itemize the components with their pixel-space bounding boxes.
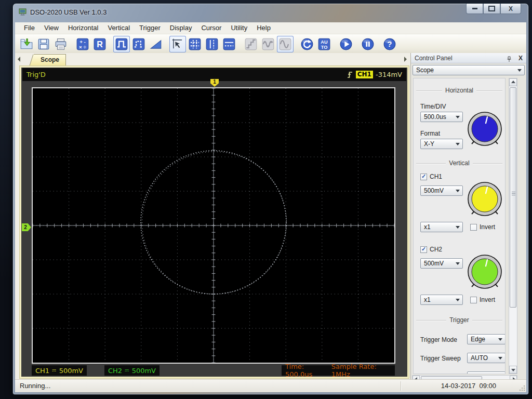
toolbar-separator: [377, 36, 381, 52]
help-button[interactable]: ?: [381, 36, 398, 52]
minimize-button[interactable]: [466, 4, 483, 14]
save-icon: [37, 37, 50, 51]
horizontal-knob[interactable]: [465, 109, 504, 149]
app-window: DSO-2020 USB Ver 1.0.3 X File View Horiz…: [12, 3, 529, 395]
chevron-down-icon: [456, 116, 460, 121]
ch1-checkbox[interactable]: ✓: [420, 174, 427, 180]
app-icon: [19, 8, 27, 18]
pause-button[interactable]: [360, 36, 376, 52]
math-button[interactable]: + -× ÷: [74, 36, 91, 52]
horizontal-cursors-button[interactable]: [221, 36, 237, 52]
square-wave-ref-button[interactable]: [130, 36, 147, 52]
ch1-readout: CH1 500mV: [32, 365, 87, 376]
scrollbar-thumb[interactable]: [510, 87, 516, 308]
panel-selector-value: Scope: [416, 66, 434, 74]
vertical-cursors-icon: [205, 37, 219, 51]
resize-grip[interactable]: [524, 390, 525, 391]
ch2-invert-checkbox[interactable]: [470, 297, 477, 303]
reference-icon: R: [93, 37, 107, 51]
chevron-down-icon: [498, 357, 502, 362]
control-panel-content: Horizontal Time/DIV 500.0us Format X-Y: [413, 78, 506, 374]
step-interpolation-icon: [244, 37, 258, 51]
ch1-invert-label: Invert: [480, 223, 495, 231]
scope-screen: [32, 87, 395, 364]
ramp-button[interactable]: [148, 36, 164, 52]
print-button[interactable]: [52, 36, 69, 52]
ch2-position-knob[interactable]: [465, 252, 504, 291]
ch2-enable-row: ✓ CH2: [420, 246, 442, 253]
tab-scroll-right-icon[interactable]: [404, 57, 407, 62]
format-dropdown[interactable]: X-Y: [420, 139, 463, 149]
toolbar-separator: [238, 36, 243, 52]
tab-scope[interactable]: Scope: [34, 54, 66, 65]
pin-icon[interactable]: [507, 55, 512, 65]
title-bar[interactable]: DSO-2020 USB Ver 1.0.3 X: [13, 4, 528, 22]
panel-selector-dropdown[interactable]: Scope: [413, 65, 525, 75]
ch1-position-knob[interactable]: [465, 179, 504, 219]
auto-button[interactable]: AUTO: [316, 36, 332, 52]
menu-cursor[interactable]: Cursor: [196, 22, 226, 34]
square-wave-icon: [115, 37, 128, 51]
trigger-channel-badge: CH1: [356, 71, 373, 78]
panel-close-icon[interactable]: X: [518, 53, 523, 63]
format-label: Format: [420, 130, 440, 137]
scroll-up-icon[interactable]: [509, 78, 517, 86]
time-div-dropdown[interactable]: 500.0us: [420, 112, 463, 122]
dc-coupling-icon: [52, 368, 57, 373]
control-panel-header[interactable]: Control Panel X: [411, 53, 526, 63]
toolbar-separator: [70, 36, 74, 52]
reference-button[interactable]: R: [91, 36, 108, 52]
status-separator: [401, 381, 401, 391]
panel-vertical-scrollbar[interactable]: [509, 78, 517, 374]
menu-file[interactable]: File: [19, 22, 39, 34]
ch1-invert-row: Invert: [470, 223, 495, 231]
close-icon: X: [509, 6, 513, 12]
trigger-sweep-dropdown[interactable]: AUTO: [467, 353, 506, 363]
ch1-invert-checkbox[interactable]: [470, 224, 477, 231]
ch2-position-marker[interactable]: 2: [22, 223, 31, 231]
scope-inner: Trig'D CH1 -314mV 1 2: [21, 68, 407, 377]
menu-horizontal[interactable]: Horizontal: [63, 22, 103, 34]
trigger-section-title: Trigger: [416, 316, 502, 324]
printer-icon: [54, 37, 68, 51]
thumb-grip: [512, 192, 515, 192]
toolbar-separator: [333, 36, 338, 52]
grid-cursors-button[interactable]: [187, 36, 203, 52]
open-button[interactable]: [18, 36, 35, 52]
tab-scroll-left-icon[interactable]: [18, 57, 20, 62]
menu-display[interactable]: Display: [165, 22, 197, 34]
maximize-button[interactable]: [483, 4, 500, 14]
ch2-checkbox-label: CH2: [430, 246, 442, 253]
ch2-checkbox[interactable]: ✓: [420, 246, 427, 253]
refresh-icon: [300, 37, 314, 51]
ch1-probe-dropdown[interactable]: x1: [420, 222, 463, 232]
grid-cursors-icon: [188, 37, 202, 51]
trigger-mode-dropdown[interactable]: Edge: [467, 334, 506, 344]
vertical-cursors-button[interactable]: [204, 36, 220, 52]
toolbar-separator: [294, 36, 299, 52]
ch2-probe-dropdown[interactable]: x1: [420, 295, 463, 305]
cursor-button[interactable]: [169, 36, 186, 52]
start-button[interactable]: [338, 36, 354, 52]
horizontal-section-title: Horizontal: [416, 87, 502, 94]
menu-trigger[interactable]: Trigger: [135, 22, 165, 34]
ch1-position-marker[interactable]: 1: [210, 79, 219, 87]
ch1-scale-dropdown[interactable]: 500mV: [420, 185, 463, 196]
toolbar-separator: [355, 36, 360, 52]
toolbar-separator: [109, 36, 113, 52]
toolbar-separator: [165, 36, 169, 52]
save-button[interactable]: [35, 36, 52, 52]
menu-utility[interactable]: Utility: [226, 22, 252, 34]
scope-grid: [33, 88, 394, 363]
scroll-down-icon[interactable]: [509, 366, 517, 374]
square-wave-button[interactable]: [113, 36, 130, 52]
close-button[interactable]: X: [500, 4, 521, 14]
menu-view[interactable]: View: [39, 22, 63, 34]
status-text: Running...: [20, 382, 50, 390]
trigger-source-dropdown[interactable]: CH1: [467, 371, 506, 374]
menu-vertical[interactable]: Vertical: [103, 22, 135, 34]
ch2-scale-dropdown[interactable]: 500mV: [420, 258, 463, 269]
menu-help[interactable]: Help: [252, 22, 275, 34]
trigger-section: Trigger Trigger Mode Edge Trigger Sweep …: [416, 316, 502, 324]
refresh-button[interactable]: [299, 36, 315, 52]
